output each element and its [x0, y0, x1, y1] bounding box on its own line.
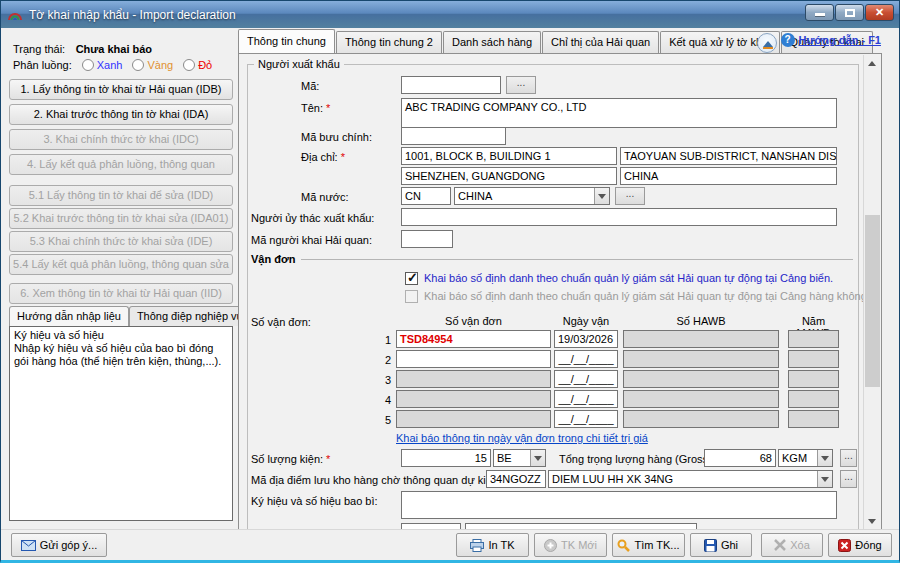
- close-red-icon: [838, 539, 851, 552]
- address-line4-input[interactable]: CHINA: [620, 167, 837, 185]
- tab-thong-tin-chung[interactable]: Thông tin chung: [238, 29, 335, 53]
- general-info-tab-page: Người xuất khẩu Mã: ... Tên:* ABC TRADIN…: [238, 53, 882, 532]
- package-qty-input[interactable]: 15: [401, 449, 491, 467]
- customs-declarant-code-label: Mã người khai Hải quan:: [251, 234, 372, 246]
- bl-date-input-1[interactable]: 19/03/2026: [554, 330, 618, 348]
- storage-location-code-input[interactable]: 34NGOZZ: [486, 470, 546, 488]
- find-declaration-button[interactable]: Tìm TK...: [612, 533, 685, 557]
- close-form-button[interactable]: Đóng: [828, 533, 892, 557]
- help-question-icon: ?: [781, 33, 795, 47]
- exporter-group-label: Người xuất khẩu: [254, 58, 344, 70]
- mawb-input-4: [788, 390, 839, 408]
- bl-date-input-2[interactable]: __/__/____: [554, 350, 618, 368]
- close-button[interactable]: ✕: [865, 4, 894, 21]
- bl-number-label: Số vận đơn:: [251, 316, 311, 328]
- hawb-input-4: [623, 390, 779, 408]
- tab-thong-tin-chung-2[interactable]: Thông tin chung 2: [336, 31, 442, 53]
- hawb-input-1: [623, 330, 779, 348]
- gross-weight-input[interactable]: 68: [704, 449, 776, 467]
- storage-location-label: Mã địa điểm lưu kho hàng chờ thông quan …: [251, 474, 501, 486]
- tab-chi-thi-hai-quan[interactable]: Chỉ thị của Hải quan: [542, 31, 659, 53]
- address-label: Địa chỉ:*: [301, 151, 345, 163]
- mawb-input-3: [788, 370, 839, 388]
- help-title: Ký hiệu và số hiệu: [14, 329, 228, 342]
- scrollbar-thumb[interactable]: [865, 215, 880, 387]
- exporter-name-label: Tên:*: [301, 102, 330, 114]
- hawb-input-2: [623, 350, 779, 368]
- step-button-ida[interactable]: 2. Khai trước thông tin tờ khai (IDA): [9, 104, 233, 125]
- exporter-code-input[interactable]: [401, 76, 501, 94]
- storage-location-select[interactable]: DIEM LUU HH XK 34NG: [548, 470, 833, 488]
- exporter-name-input[interactable]: ABC TRADING COMPANY CO., LTD: [401, 98, 837, 128]
- gross-browse-button[interactable]: ...: [840, 449, 857, 467]
- collapse-panel-button[interactable]: [757, 33, 777, 53]
- sea-port-checkbox[interactable]: [405, 272, 418, 285]
- mawb-input-5: [788, 410, 839, 428]
- postal-code-input[interactable]: [401, 127, 506, 145]
- country-name-select[interactable]: CHINA: [454, 187, 610, 205]
- minimize-icon: [815, 13, 825, 16]
- address-line2-input[interactable]: TAOYUAN SUB-DISTRICT, NANSHAN DISTR: [620, 147, 837, 165]
- bl-date-input-5[interactable]: __/__/____: [554, 410, 618, 428]
- bl-number-input-5: [396, 410, 551, 428]
- help-tab-messages[interactable]: Thông điệp nghiệp vụ: [129, 306, 251, 326]
- hawb-col-header: Số HAWB: [623, 315, 779, 327]
- save-button[interactable]: Ghi: [690, 533, 752, 557]
- bl-row-number: 4: [377, 394, 391, 406]
- country-browse-button[interactable]: ...: [615, 187, 645, 205]
- entrusting-exporter-input[interactable]: [401, 208, 837, 226]
- scroll-down-icon[interactable]: [864, 513, 881, 530]
- customs-declarant-code-input[interactable]: [401, 230, 453, 248]
- sea-port-checkbox-label: Khai báo số định danh theo chuẩn quản lý…: [424, 272, 833, 284]
- help-f1-link[interactable]: Hướng dẫn - F1: [799, 34, 881, 46]
- package-unit-select[interactable]: BE: [493, 449, 546, 467]
- bl-date-input-4[interactable]: __/__/____: [554, 390, 618, 408]
- import-declaration-window: Tờ khai nhập khẩu - Import declaration ✕…: [0, 0, 900, 563]
- maximize-button[interactable]: [835, 4, 864, 21]
- main-area: Thông tin chung Thông tin chung 2 Danh s…: [238, 31, 883, 532]
- close-icon: ✕: [866, 6, 893, 19]
- help-tab-input-guide[interactable]: Hướng dẫn nhập liệu: [9, 306, 129, 326]
- bl-date-input-3[interactable]: __/__/____: [554, 370, 618, 388]
- storage-location-browse-button[interactable]: ...: [840, 470, 857, 488]
- form-scrollbar[interactable]: [863, 55, 880, 530]
- bl-number-input-2[interactable]: [396, 350, 551, 368]
- minimize-button[interactable]: [805, 4, 834, 21]
- country-code-input[interactable]: CN: [401, 187, 451, 205]
- gross-weight-label: Tổng trọng lượng hàng (Gross):: [559, 453, 715, 465]
- lane-yellow-radio[interactable]: [132, 59, 144, 71]
- x-icon: [774, 539, 786, 551]
- bl-date-detail-link[interactable]: Khai báo thông tin ngày vận đơn trong ch…: [396, 432, 648, 444]
- lane-red-label: Đỏ: [198, 59, 212, 71]
- tab-danh-sach-hang[interactable]: Danh sách hàng: [443, 31, 541, 53]
- address-line1-input[interactable]: 1001, BLOCK B, BUILDING 1: [401, 147, 617, 165]
- air-port-checkbox-label: Khai báo số định danh theo chuẩn quản lý…: [424, 290, 867, 302]
- package-marks-input[interactable]: [401, 491, 837, 519]
- step-button-ida01: 5.2 Khai trước thông tin tờ khai sửa (ID…: [9, 208, 233, 229]
- bl-number-input-1[interactable]: TSD84954: [396, 330, 551, 348]
- bl-number-input-3: [396, 370, 551, 388]
- send-feedback-button[interactable]: Gửi góp ý...: [11, 533, 107, 557]
- print-declaration-button[interactable]: In TK: [456, 533, 529, 557]
- step-button-idc: 3. Khai chính thức tờ khai (IDC): [9, 129, 233, 150]
- gross-unit-select[interactable]: KGM: [778, 449, 833, 467]
- postal-code-label: Mã bưu chính:: [301, 131, 372, 143]
- lane-green-radio[interactable]: [82, 59, 94, 71]
- step-button-idb[interactable]: 1. Lấy thông tin tờ khai từ Hải quan (ID…: [9, 79, 233, 100]
- bl-row-number: 3: [377, 374, 391, 386]
- envelope-icon: [21, 540, 36, 551]
- tabstrip: Thông tin chung Thông tin chung 2 Danh s…: [238, 31, 874, 53]
- required-marker: *: [326, 102, 330, 114]
- help-body: Nhập ký hiệu và số hiệu của bao bì đóng …: [14, 342, 228, 368]
- floppy-disk-icon: [704, 539, 717, 552]
- mawb-input-1: [788, 330, 839, 348]
- lane-red-radio[interactable]: [183, 59, 195, 71]
- hawb-input-5: [623, 410, 779, 428]
- plus-circle-icon: [544, 539, 557, 552]
- footer-bar: Gửi góp ý... In TK TK Mới Tìm TK... Ghi …: [1, 529, 899, 560]
- exporter-code-browse-button[interactable]: ...: [506, 76, 536, 94]
- chevron-down-icon: [594, 188, 609, 204]
- scroll-up-icon[interactable]: [864, 55, 881, 72]
- address-line3-input[interactable]: SHENZHEN, GUANGDONG: [401, 167, 617, 185]
- lane-yellow-label: Vàng: [147, 59, 173, 71]
